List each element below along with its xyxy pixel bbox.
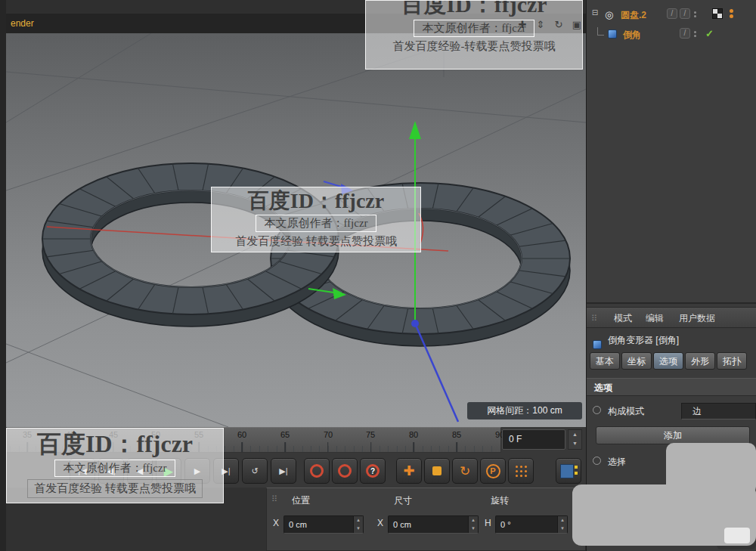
- stepper-icon[interactable]: ▲▼: [353, 516, 363, 533]
- watermark-title: 百度ID：ffjczr: [216, 189, 416, 213]
- expand-toggle-icon[interactable]: ⊟: [590, 8, 600, 19]
- move-tool-button[interactable]: ✚: [396, 458, 422, 484]
- tab-options[interactable]: 选项: [653, 352, 683, 370]
- dot-grid-button[interactable]: [508, 458, 534, 484]
- viewport-menu-render[interactable]: ender: [11, 18, 34, 29]
- attribute-tabs: 基本坐标选项外形拓扑: [590, 352, 756, 375]
- stepper-icon[interactable]: ▲▼: [468, 516, 478, 533]
- editor-visibility-toggle[interactable]: /: [667, 8, 677, 19]
- rotate-tool-button[interactable]: ↻: [452, 458, 478, 484]
- grid-spacing-text: 网格间距：100 cm: [487, 405, 562, 416]
- disc-object-icon[interactable]: ◎: [605, 9, 613, 20]
- bevel-cube-icon[interactable]: [608, 29, 617, 41]
- menu-mode[interactable]: 模式: [614, 308, 632, 329]
- record-help-button[interactable]: ?: [360, 458, 386, 484]
- z-axis-knob[interactable]: [411, 320, 419, 327]
- select-label: 选择: [608, 456, 626, 469]
- rotate-view-icon[interactable]: ↻: [551, 18, 566, 32]
- tab-coord[interactable]: 坐标: [621, 352, 652, 370]
- object-name[interactable]: 倒角: [623, 29, 641, 42]
- record-circle-icon[interactable]: [593, 457, 601, 465]
- tick-label: 60: [234, 430, 250, 439]
- checker-icon[interactable]: [712, 8, 723, 19]
- panel-grip-icon[interactable]: ⠿: [591, 308, 597, 329]
- record-circle-icon[interactable]: [593, 406, 601, 414]
- header-rotation: 旋转: [491, 494, 509, 507]
- tree-connector: [597, 27, 604, 36]
- maximize-view-icon[interactable]: ▣: [569, 18, 584, 32]
- enabled-check-icon[interactable]: ✓: [705, 28, 714, 39]
- tick-label: 75: [362, 430, 379, 439]
- watermark-author: 本文原创作者：ffjczr: [54, 460, 175, 477]
- position-x-value: 0 cm: [289, 520, 307, 529]
- render-visibility-toggle[interactable]: /: [680, 8, 690, 19]
- header-size: 尺寸: [394, 494, 412, 507]
- stepper-icon[interactable]: ▲▼: [557, 516, 567, 533]
- current-frame-value: 0 F: [509, 434, 522, 444]
- corner-white-fragment: [724, 528, 750, 543]
- watermark-note: 首发百度经验-转载要点赞投票哦: [370, 39, 578, 54]
- goto-end-button[interactable]: ▶|: [271, 458, 296, 484]
- grid-spacing-label: 网格间距：100 cm: [467, 402, 582, 419]
- compose-mode-label: 构成模式: [608, 405, 644, 418]
- object-name[interactable]: 圆盘.2: [621, 9, 646, 22]
- object-row-disc[interactable]: ⊟ ◎ 圆盘.2 / /: [587, 6, 756, 24]
- add-button[interactable]: 添加: [596, 426, 750, 444]
- menu-userdata[interactable]: 用户数据: [679, 308, 715, 329]
- record-objects-button[interactable]: [332, 458, 358, 484]
- zoom-icon[interactable]: ⇕: [533, 18, 548, 32]
- attribute-title: 倒角变形器 [倒角]: [608, 330, 679, 351]
- panel-grip-icon[interactable]: ⠿: [271, 494, 277, 504]
- tab-basic[interactable]: 基本: [590, 352, 620, 370]
- tick-label: 65: [277, 430, 293, 439]
- layer-dots-icon[interactable]: [694, 29, 697, 39]
- position-x-field[interactable]: 0 cm ▲▼: [284, 515, 364, 534]
- c4d-window: ender: [0, 0, 756, 551]
- coordinates-panel: ⠿ 位置 尺寸 旋转 X 0 cm ▲▼ X 0 cm ▲▼ H 0 ° ▲▼: [266, 488, 586, 551]
- watermark-bottom: 百度ID：ffjczr 本文原创作者：ffjczr 首发百度经验 转载要点赞投票…: [6, 428, 224, 503]
- orange-dots-icon[interactable]: [730, 8, 734, 20]
- compose-mode-dropdown[interactable]: 边: [681, 403, 756, 419]
- compose-mode-value: 边: [692, 406, 702, 416]
- visibility-toggle[interactable]: /: [680, 28, 690, 39]
- keyframe-panel-icon: [556, 459, 581, 483]
- rotation-h-field[interactable]: 0 ° ▲▼: [495, 515, 568, 534]
- watermark-author: 本文原创作者：ffjczr: [256, 215, 376, 232]
- tick-label: 70: [320, 430, 336, 439]
- watermark-title: 百度ID：ffjczr: [11, 430, 218, 458]
- pan-icon[interactable]: ✚: [515, 18, 530, 32]
- attribute-title-row: 倒角变形器 [倒角]: [587, 330, 756, 351]
- object-manager: ⊟ ◎ 圆盘.2 / / 倒角 / ✓: [587, 0, 756, 304]
- position-x-label: X: [273, 518, 279, 528]
- rotation-h-value: 0 °: [500, 520, 511, 529]
- scale-tool-button[interactable]: [424, 458, 450, 484]
- watermark-note: 首发百度经验 转载要点赞投票哦: [216, 234, 416, 249]
- p-icon: P: [486, 464, 500, 478]
- watermark-center: 百度ID：ffjczr 本文原创作者：ffjczr 首发百度经验 转载要点赞投票…: [211, 187, 421, 252]
- powerslider-p-button[interactable]: P: [480, 458, 506, 484]
- section-header[interactable]: 选项: [587, 378, 756, 396]
- rotation-h-label: H: [485, 518, 491, 528]
- y-axis-arrow[interactable]: [409, 121, 421, 139]
- current-frame-field[interactable]: 0 F: [502, 429, 565, 450]
- tab-shape[interactable]: 外形: [685, 352, 715, 370]
- watermark-top: 百度ID：ffjczr 本文原创作者：ffjczr 首发百度经验-转载要点赞投票…: [365, 0, 583, 70]
- size-x-value: 0 cm: [393, 520, 411, 529]
- record-keyframe-button[interactable]: [304, 458, 330, 484]
- watermark-title: 百度ID：ffjczr: [370, 0, 578, 18]
- header-position: 位置: [292, 494, 310, 507]
- frame-stepper[interactable]: ▲▼: [568, 429, 582, 450]
- layer-dots-icon[interactable]: [694, 10, 697, 19]
- left-edge: [0, 0, 6, 551]
- tab-topology[interactable]: 拓扑: [717, 352, 747, 370]
- menu-edit[interactable]: 编辑: [646, 308, 664, 329]
- size-x-label: X: [377, 518, 383, 528]
- keyframe-panel-button[interactable]: [556, 458, 581, 484]
- tick-label: 80: [405, 430, 422, 439]
- object-row-bevel[interactable]: 倒角 / ✓: [587, 26, 756, 44]
- watermark-note: 首发百度经验 转载要点赞投票哦: [27, 479, 203, 498]
- tick-label: 85: [448, 430, 465, 439]
- dot-grid-icon: [516, 466, 518, 468]
- loop-button[interactable]: ↺: [242, 458, 268, 484]
- size-x-field[interactable]: 0 cm ▲▼: [388, 515, 479, 534]
